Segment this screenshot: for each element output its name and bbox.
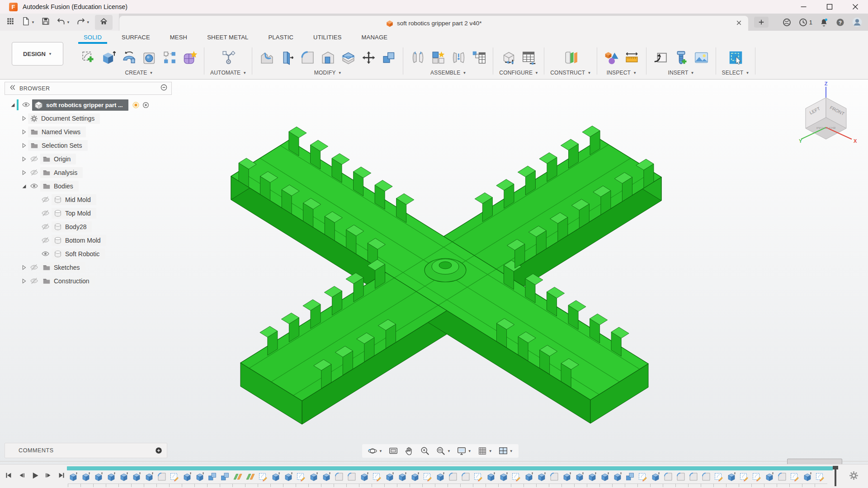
display-settings-button[interactable]: ▼ (457, 446, 472, 456)
create-menu-label[interactable]: CREATE▼ (125, 70, 153, 76)
extrude-button[interactable] (100, 48, 117, 67)
assemble-menu-label[interactable]: ASSEMBLE▼ (430, 70, 466, 76)
timeline-feature-extrude-21[interactable] (321, 472, 331, 482)
tree-item[interactable]: Selection Sets (28, 140, 88, 151)
motion-link-button[interactable] (470, 48, 487, 67)
pan-button[interactable] (404, 446, 414, 456)
timeline-feature-extrude-20[interactable] (309, 472, 319, 482)
scrollbar-track[interactable] (0, 461, 868, 462)
browser-minimize-icon[interactable] (160, 84, 167, 93)
tree-row-analysis[interactable]: Analysis (5, 166, 172, 179)
tree-row-sketches[interactable]: Sketches (5, 261, 172, 274)
tree-item[interactable]: Document Settings (28, 113, 100, 124)
timeline-feature-sketch-54[interactable] (739, 472, 749, 482)
timeline-feature-extrude-47[interactable] (651, 472, 660, 482)
analysis-button[interactable] (603, 48, 620, 67)
tree-row-bodies[interactable]: Bodies (5, 179, 172, 193)
edit-badge-icon[interactable] (132, 102, 139, 108)
tree-item[interactable]: Construction (40, 276, 95, 286)
zoom-button[interactable] (420, 446, 430, 456)
tree-row-document-settings[interactable]: Document Settings (5, 112, 172, 125)
timeline-feature-sketch-55[interactable] (752, 472, 762, 482)
timeline-feature-sketch-29[interactable] (423, 472, 433, 482)
expand-arrow-icon[interactable] (19, 115, 28, 122)
minimize-button[interactable] (791, 0, 816, 14)
viewports-button[interactable]: ▼ (498, 446, 513, 456)
timeline-scrollbar[interactable] (67, 466, 833, 470)
redo-button[interactable]: ▼ (75, 16, 91, 28)
insert-image-button[interactable] (693, 48, 710, 67)
maximize-button[interactable] (816, 0, 842, 14)
step-forward-button[interactable] (44, 471, 52, 480)
timeline-feature-fillet-8[interactable] (157, 472, 167, 482)
grid-settings-button[interactable]: ▼ (477, 446, 492, 456)
collapse-arrow-icon[interactable] (8, 102, 17, 108)
timeline-feature-fillet-39[interactable] (549, 472, 559, 482)
rectangular-pattern-button[interactable] (161, 48, 178, 67)
timeline-feature-sketch-25[interactable] (372, 472, 382, 482)
timeline-feature-sketch-60[interactable] (815, 472, 825, 482)
timeline-feature-sketch-46[interactable] (638, 472, 648, 482)
timeline-feature-sketch-16[interactable] (258, 472, 268, 482)
activate-radio-icon[interactable] (142, 102, 149, 108)
timeline-feature-combine-13[interactable] (220, 472, 230, 482)
create-sketch-button[interactable] (80, 48, 97, 67)
tree-item[interactable]: Body28 (52, 221, 92, 232)
tree-item[interactable]: Soft Robotic (52, 249, 105, 259)
move-copy-button[interactable] (360, 48, 377, 67)
timeline-feature-sketch-36[interactable] (511, 472, 521, 482)
viewport[interactable]: BROWSER soft robotics gripper part ...Do… (0, 80, 868, 465)
visibility-off-icon[interactable] (39, 223, 52, 231)
tree-row-soft-robotics-gripper-part[interactable]: soft robotics gripper part ... (5, 98, 172, 112)
configuration-button[interactable] (500, 48, 517, 67)
timeline-feature-extrude-35[interactable] (499, 472, 509, 482)
play-button[interactable] (31, 471, 39, 480)
timeline-settings-gear[interactable] (849, 471, 859, 480)
new-component-button[interactable] (409, 48, 426, 67)
help-button[interactable]: ? (835, 18, 845, 27)
timeline-feature-extrude-42[interactable] (587, 472, 597, 482)
configure-menu-label[interactable]: CONFIGURE▼ (499, 70, 538, 76)
timeline-feature-extrude-7[interactable] (144, 472, 154, 482)
timeline-feature-fillet-31[interactable] (448, 472, 458, 482)
expand-arrow-icon[interactable] (19, 278, 28, 284)
insert-derive-button[interactable] (652, 48, 670, 67)
tree-item[interactable]: Origin (40, 154, 76, 164)
timeline-feature-fillet-51[interactable] (701, 472, 711, 482)
ribbon-tab-manage[interactable]: MANAGE (352, 31, 398, 44)
timeline-feature-extrude-53[interactable] (726, 472, 736, 482)
tree-row-origin[interactable]: Origin (5, 152, 172, 166)
ribbon-tab-surface[interactable]: SURFACE (112, 31, 160, 44)
chevron-down-icon[interactable]: ▼ (86, 20, 90, 24)
visibility-off-icon[interactable] (39, 236, 52, 245)
notifications-button[interactable] (819, 18, 829, 27)
save-button[interactable] (40, 16, 52, 28)
timeline-feature-fillet-22[interactable] (334, 472, 344, 482)
timeline-feature-extrude-56[interactable] (764, 472, 774, 482)
home-button[interactable] (95, 15, 113, 30)
tree-row-mid-mold[interactable]: Mid Mold (5, 193, 172, 206)
visibility-off-icon[interactable] (28, 263, 40, 272)
expand-arrow-icon[interactable] (19, 156, 28, 162)
account-button[interactable] (852, 17, 863, 28)
timeline-feature-extrude-24[interactable] (359, 472, 369, 482)
workspace-selector[interactable]: DESIGN▼ (12, 42, 63, 66)
timeline-feature-sketch-19[interactable] (296, 472, 306, 482)
expand-arrow-icon[interactable] (19, 169, 28, 176)
close-button[interactable] (842, 0, 868, 14)
document-tab[interactable]: soft robotics gripper part 2 v40* (119, 16, 748, 31)
timeline-feature-extrude-6[interactable] (132, 472, 142, 482)
tree-row-selection-sets[interactable]: Selection Sets (5, 139, 172, 152)
insert-fastener-button[interactable] (673, 48, 690, 67)
expand-arrow-icon[interactable] (19, 142, 28, 149)
tree-item[interactable]: Bottom Mold (52, 235, 106, 246)
timeline-feature-extrude-30[interactable] (435, 472, 445, 482)
visibility-off-icon[interactable] (39, 209, 52, 218)
timeline-feature-extrude-17[interactable] (271, 472, 281, 482)
press-pull-button[interactable] (258, 48, 275, 67)
revolve-button[interactable] (120, 48, 137, 67)
create-form-button[interactable] (181, 48, 198, 67)
extensions-button[interactable] (782, 18, 792, 27)
tree-item[interactable]: Named Views (28, 127, 86, 137)
shell-button[interactable] (319, 48, 336, 67)
